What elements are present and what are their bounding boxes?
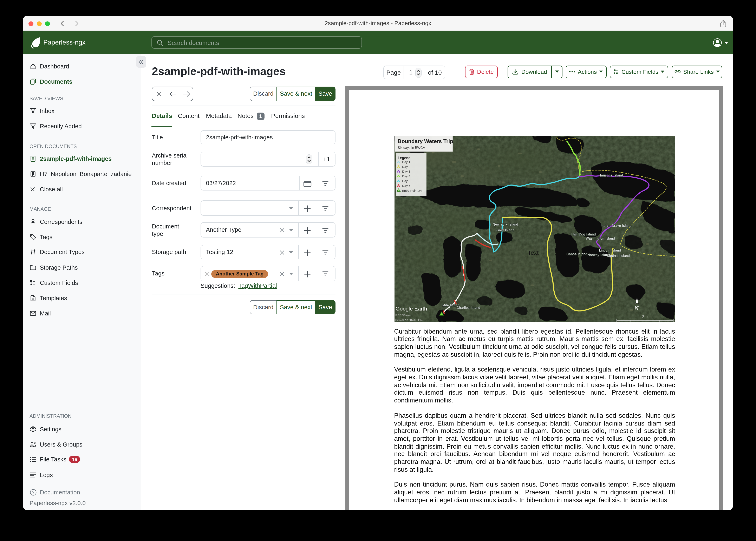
svg-text:Day 5: Day 5 xyxy=(402,179,410,183)
svg-text:Boundary Waters Trip: Boundary Waters Trip xyxy=(397,138,453,144)
svg-text:Image © 2017 DigitalGlobe: Image © 2017 DigitalGlobe xyxy=(395,319,422,321)
svg-text:Hausons Island: Hausons Island xyxy=(598,174,623,177)
svg-text:Charlies Island: Charlies Island xyxy=(456,306,480,309)
svg-text:Six days in BWCA: Six days in BWCA xyxy=(397,146,425,150)
svg-text:Day 6: Day 6 xyxy=(402,184,410,188)
svg-text:Day 4: Day 4 xyxy=(402,175,410,178)
svg-text:Indian Grave Island: Indian Grave Island xyxy=(600,224,631,228)
svg-text:Canoe Island: Canoe Island xyxy=(566,253,587,256)
svg-text:3 mi: 3 mi xyxy=(642,314,648,318)
svg-text:Washington Island: Washington Island xyxy=(586,237,615,240)
svg-text:Norway Island: Norway Island xyxy=(587,253,610,257)
svg-text:Half Dog Island: Half Dog Island xyxy=(571,233,596,236)
svg-text:Day 1: Day 1 xyxy=(402,160,410,164)
svg-text:Google Earth: Google Earth xyxy=(395,305,427,312)
svg-text:Lincoln Island: Lincoln Island xyxy=(599,249,621,252)
svg-text:Day 2: Day 2 xyxy=(402,165,410,169)
svg-text:Legend: Legend xyxy=(397,156,410,160)
svg-text:Gary Island: Gary Island xyxy=(496,229,514,232)
svg-text:Entry Point 24: Entry Point 24 xyxy=(402,189,422,192)
svg-text:Text: Text xyxy=(528,250,539,256)
svg-text:New York Island: New York Island xyxy=(493,223,518,226)
svg-text:Day 3: Day 3 xyxy=(402,170,410,173)
svg-text:© 2017 Google: © 2017 Google xyxy=(395,314,410,316)
svg-text:Squirrel Island: Squirrel Island xyxy=(607,254,630,258)
svg-text:N: N xyxy=(634,305,638,311)
